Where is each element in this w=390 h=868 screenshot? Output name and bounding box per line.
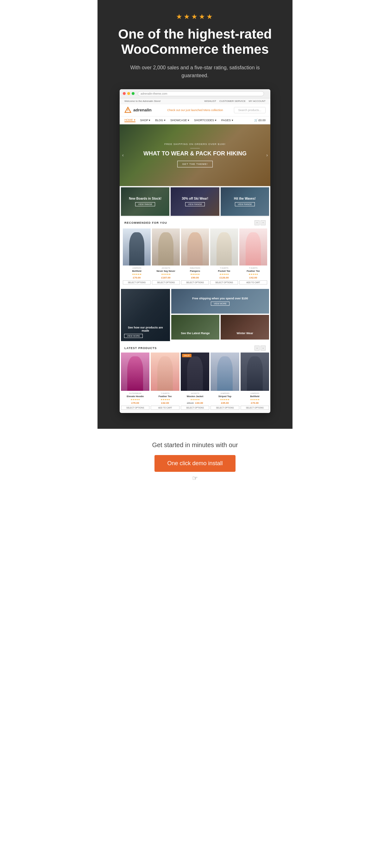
product-btn-3[interactable]: SELECT OPTIONS (181, 280, 209, 284)
section-header-recommended: RECOMMENDED FOR YOU ‹ › (120, 217, 270, 227)
latest-img-5 (241, 352, 269, 391)
product-name-3: Pampero (181, 270, 209, 273)
promo-small-card-1[interactable]: See the Latest Range (171, 315, 220, 340)
cat-btn-2[interactable]: VIEW RANGE (185, 202, 205, 206)
topbar-welcome: Welcome to the Adrenalin Store! (124, 100, 161, 102)
section-header-latest: LATEST PRODUCTS ‹ › (120, 342, 270, 352)
promo-small-card-2[interactable]: Winter Wear (221, 315, 269, 340)
browser-url-bar: adrenalin-theme.com (138, 91, 264, 96)
latest-product-4: JUMPERS Striped Top ★★★★★ £35.00 SELECT … (211, 352, 239, 410)
nav-pages[interactable]: PAGES ▾ (221, 119, 233, 122)
product-name-1: Bellfield (123, 270, 151, 273)
cta-button[interactable]: One click demo install (154, 455, 235, 472)
cat-overlay-1: New Boards in Stock! VIEW RANGE (121, 187, 169, 216)
recommended-next[interactable]: › (261, 220, 266, 225)
category-card-3[interactable]: Hit the Waves! VIEW RANGE (221, 187, 269, 216)
tagline-link[interactable]: Mens collection (203, 108, 223, 112)
recommended-prev[interactable]: ‹ (254, 220, 260, 225)
latest-stars-5: ★★★★★ (241, 398, 269, 401)
product-card-5: T-SHIRTS Feather Tee ★★★★★ £42.00 ADD TO… (239, 228, 267, 284)
nav-shortcodes[interactable]: SHORTCODES ▾ (194, 119, 216, 122)
latest-name-3: Woolen Jacket (181, 395, 209, 398)
latest-cat-3: JACKETS (181, 393, 209, 394)
product-btn-4[interactable]: SELECT OPTIONS (210, 280, 238, 284)
cat-btn-1[interactable]: VIEW RANGE (135, 202, 155, 206)
header-tagline: Check out our just launched Mens collect… (156, 108, 234, 112)
product-stars-1: ★★★★★ (123, 273, 151, 276)
promo-tall-card[interactable]: See how our products are made VIEW MORE (121, 289, 170, 341)
product-name-2: Never Say Never (152, 270, 180, 273)
topbar-customer-service[interactable]: CUSTOMER SERVICE (219, 100, 246, 102)
product-price-2: £187.00 (152, 276, 180, 279)
banner-nav-left[interactable]: ‹ (122, 153, 124, 158)
banner-nav-right[interactable]: › (266, 153, 268, 158)
latest-price-1: £79.00 (121, 402, 149, 404)
promo-small-overlay-2: Winter Wear (221, 315, 269, 340)
promo-top-btn[interactable]: VIEW MORE (211, 302, 230, 306)
banner-cta-button[interactable]: GET THE THEME! (177, 161, 213, 167)
latest-btn-2[interactable]: ADD TO CART (151, 406, 179, 410)
product-btn-2[interactable]: SELECT OPTIONS (152, 280, 180, 284)
nav-cart[interactable]: 🛒 £0.00 (254, 119, 266, 122)
product-stars-5: ★★★★★ (239, 273, 267, 276)
category-card-2[interactable]: 30% off Ski Wear! VIEW RANGE (171, 187, 219, 216)
logo-text: adrenalin (133, 107, 152, 112)
category-card-1[interactable]: New Boards in Stock! VIEW RANGE (121, 187, 169, 216)
latest-price-3: £55.00 £40.00 (181, 402, 209, 404)
nav-blog[interactable]: BLOG ▾ (155, 119, 166, 122)
product-img-2 (152, 228, 180, 266)
cursor-icon: ☞ (117, 474, 273, 482)
hero-section: ★★★★★ One of the highest-rated WooCommer… (97, 0, 293, 429)
logo-icon (124, 106, 131, 114)
product-card-1: JUMPERS Bellfield ★★★★★ £70.00 SELECT OP… (123, 228, 151, 284)
product-price-3: £90.00 (181, 276, 209, 279)
latest-btn-1[interactable]: SELECT OPTIONS (121, 406, 149, 410)
hero-title: One of the highest-rated WooCommerce the… (117, 27, 273, 57)
product-name-5: Feather Tee (239, 270, 267, 273)
nav-home[interactable]: HOME ▾ (124, 118, 136, 122)
latest-btn-4[interactable]: SELECT OPTIONS (211, 406, 239, 410)
latest-img-4 (211, 352, 239, 391)
latest-img-2 (151, 352, 179, 391)
latest-price-4: £35.00 (211, 402, 239, 404)
cat-btn-3[interactable]: VIEW RANGE (235, 202, 255, 206)
promo-grid: See how our products are made VIEW MORE … (120, 288, 270, 342)
latest-product-2: T-SHIRTS Feather Tee ★★★★★ £42.00 ADD TO… (151, 352, 179, 410)
site-topbar: Welcome to the Adrenalin Store! WISHLIST… (120, 98, 270, 104)
cat-overlay-3: Hit the Waves! VIEW RANGE (221, 187, 269, 216)
search-box[interactable]: Search products... (234, 107, 266, 113)
promo-tall-btn[interactable]: VIEW MORE (124, 334, 143, 338)
latest-btn-5[interactable]: SELECT OPTIONS (241, 406, 269, 410)
topbar-my-account[interactable]: MY ACCOUNT (249, 100, 266, 102)
topbar-wishlist[interactable]: WISHLIST (204, 100, 216, 102)
cat-title-3: Hit the Waves! (234, 197, 256, 200)
latest-prev[interactable]: ‹ (254, 346, 260, 351)
browser-dots (123, 92, 134, 95)
product-img-1 (123, 228, 151, 266)
product-cat-5: T-SHIRTS (239, 267, 267, 269)
nav-showcase[interactable]: SHOWCASE ▾ (170, 119, 189, 122)
banner-shipping-text: FREE SHIPPING ON ORDERS OVER $100! (143, 143, 247, 146)
product-price-1: £70.00 (123, 276, 151, 279)
latest-cat-4: JUMPERS (211, 393, 239, 394)
latest-product-5: JUMPERS Bellfield ★★★★★ £70.00 SELECT OP… (241, 352, 269, 410)
nav-shop[interactable]: SHOP ▾ (140, 119, 151, 122)
latest-cat-5: JUMPERS (241, 393, 269, 394)
product-stars-3: ★★★★★ (181, 273, 209, 276)
promo-top-card[interactable]: Free shipping when you spend over $100 V… (171, 289, 269, 314)
product-btn-5[interactable]: ADD TO CART (239, 280, 267, 284)
sale-badge: SALE! (182, 354, 191, 357)
logo[interactable]: adrenalin (124, 106, 152, 114)
cta-text: Get started in minutes with our (117, 441, 273, 449)
promo-bottom-row: See the Latest Range Winter Wear (171, 315, 269, 340)
product-stars-2: ★★★★★ (152, 273, 180, 276)
promo-tall-overlay: See how our products are made VIEW MORE (121, 289, 170, 341)
product-card-4: T-SHIRTS Pocket Tee ★★★★★ £126.00 SELECT… (210, 228, 238, 284)
products-grid-recommended: JUMPERS Bellfield ★★★★★ £70.00 SELECT OP… (120, 227, 270, 288)
latest-name-2: Feather Tee (151, 395, 179, 398)
latest-btn-3[interactable]: SELECT OPTIONS (181, 406, 209, 410)
latest-next[interactable]: › (261, 346, 266, 351)
product-btn-1[interactable]: SELECT OPTIONS (123, 280, 151, 284)
product-cat-2: JACKETS (152, 267, 180, 269)
hero-subtitle: With over 2,000 sales and a five-star ra… (117, 64, 273, 80)
